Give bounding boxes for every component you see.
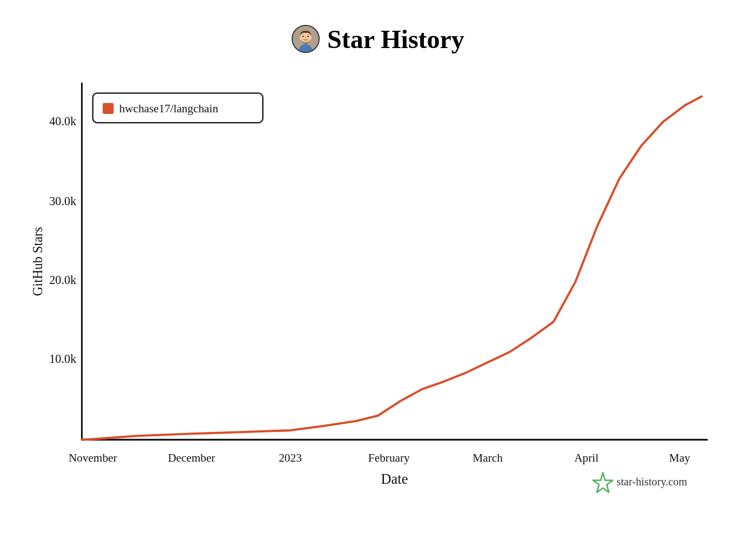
chart-container: Star History 40.0k 30.0k 20.0k 10.0k Git… — [27, 24, 729, 510]
watermark-star-icon — [593, 472, 613, 492]
watermark-text: star-history.com — [617, 475, 687, 488]
y-tick-20k: 20.0k — [49, 273, 77, 286]
x-tick-feb: February — [368, 451, 410, 464]
svg-marker-6 — [593, 472, 613, 492]
main-chart-svg: 40.0k 30.0k 20.0k 10.0k GitHub Stars Nov… — [27, 65, 729, 508]
y-tick-30k: 30.0k — [49, 194, 77, 207]
chart-area: 40.0k 30.0k 20.0k 10.0k GitHub Stars Nov… — [27, 65, 729, 508]
x-axis-label: Date — [381, 470, 408, 486]
y-tick-40k: 40.0k — [49, 114, 77, 128]
svg-point-3 — [307, 36, 309, 37]
x-tick-dec: December — [168, 451, 215, 464]
chart-title: Star History — [27, 24, 729, 54]
svg-point-2 — [302, 36, 304, 37]
x-tick-mar: March — [473, 451, 503, 464]
legend-color-box — [103, 103, 113, 113]
x-tick-nov: November — [69, 451, 117, 464]
y-tick-10k: 10.0k — [49, 352, 77, 366]
avatar — [292, 25, 320, 53]
x-tick-may: May — [669, 451, 690, 464]
x-tick-jan: 2023 — [279, 451, 302, 464]
star-line — [82, 96, 702, 440]
y-axis-label: GitHub Stars — [30, 227, 45, 296]
x-tick-apr: April — [574, 451, 598, 464]
title-text: Star History — [327, 24, 464, 54]
legend-label: hwchase17/langchain — [119, 102, 219, 115]
